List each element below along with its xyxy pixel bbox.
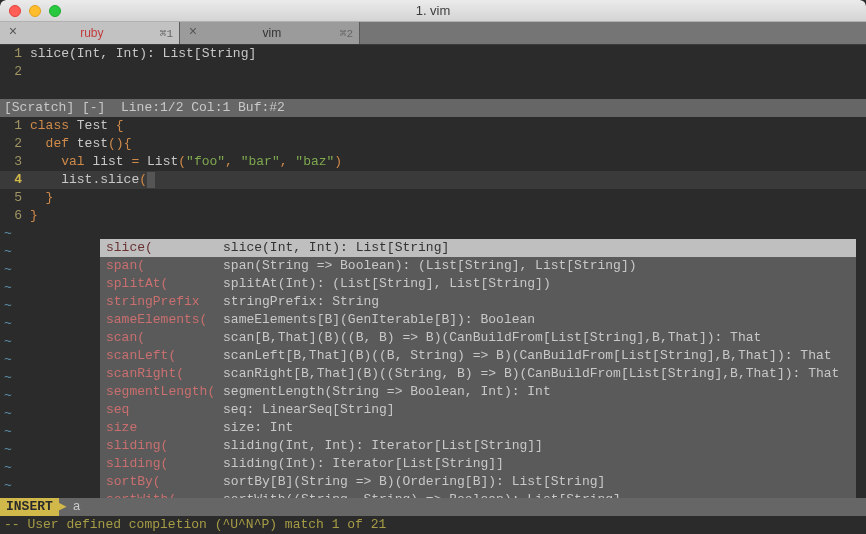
completion-word: sameElements( bbox=[106, 311, 223, 329]
line-number: 3 bbox=[0, 153, 30, 171]
statusline-trail: a bbox=[69, 498, 866, 516]
preview-line: 2 bbox=[0, 63, 866, 81]
completion-word: stringPrefix bbox=[106, 293, 223, 311]
completion-item[interactable]: segmentLength( segmentLength(String => B… bbox=[100, 383, 856, 401]
tab-shortcut: ⌘1 bbox=[160, 27, 173, 40]
completion-item[interactable]: scanLeft( scanLeft[B,That](B)((B, String… bbox=[100, 347, 856, 365]
code-text: } bbox=[30, 207, 38, 225]
code-line[interactable]: 5 } bbox=[0, 189, 866, 207]
completion-signature: sliding(Int, Int): Iterator[List[String]… bbox=[223, 438, 543, 453]
completion-item[interactable]: sliding( sliding(Int, Int): Iterator[Lis… bbox=[100, 437, 856, 455]
code-text: val list = List("foo", "bar", "baz") bbox=[30, 153, 342, 171]
line-number: 1 bbox=[0, 117, 30, 135]
command-line: -- User defined completion (^U^N^P) matc… bbox=[0, 516, 866, 534]
statusline: INSERT ▶ a bbox=[0, 498, 866, 516]
code-line[interactable]: 6} bbox=[0, 207, 866, 225]
cursor bbox=[147, 172, 155, 188]
completion-item[interactable]: sameElements( sameElements[B](GenIterabl… bbox=[100, 311, 856, 329]
completion-item[interactable]: size size: Int bbox=[100, 419, 856, 437]
completion-signature: size: Int bbox=[223, 420, 293, 435]
completion-signature: span(String => Boolean): (List[String], … bbox=[223, 258, 636, 273]
completion-item[interactable]: seq seq: LinearSeq[String] bbox=[100, 401, 856, 419]
completion-signature: sliding(Int): Iterator[List[String]] bbox=[223, 456, 504, 471]
code-line[interactable]: 2 def test(){ bbox=[0, 135, 866, 153]
line-number: 1 bbox=[0, 45, 30, 63]
line-number: 2 bbox=[0, 63, 30, 81]
completion-signature: scanLeft[B,That](B)((B, String) => B)(Ca… bbox=[223, 348, 832, 363]
completion-item[interactable]: scanRight( scanRight[B,That](B)((String,… bbox=[100, 365, 856, 383]
completion-word: span( bbox=[106, 257, 223, 275]
completion-word: scan( bbox=[106, 329, 223, 347]
line-number: 2 bbox=[0, 135, 30, 153]
completion-word: scanLeft( bbox=[106, 347, 223, 365]
code-text: list.slice( bbox=[30, 171, 155, 189]
completion-word: sortBy( bbox=[106, 473, 223, 491]
line-number: 6 bbox=[0, 207, 30, 225]
completion-item[interactable]: span( span(String => Boolean): (List[Str… bbox=[100, 257, 856, 275]
tab-label: ruby bbox=[24, 26, 160, 40]
completion-signature: sortBy[B](String => B)(Ordering[B]): Lis… bbox=[223, 474, 605, 489]
completion-word: seq bbox=[106, 401, 223, 419]
close-icon[interactable]: × bbox=[6, 26, 20, 40]
line-number: 5 bbox=[0, 189, 30, 207]
completion-word: scanRight( bbox=[106, 365, 223, 383]
completion-word: slice( bbox=[106, 239, 223, 257]
preview-line: 1 slice(Int, Int): List[String] bbox=[0, 45, 866, 63]
tab-vim[interactable]: × vim ⌘2 bbox=[180, 22, 360, 44]
code-line[interactable]: 4 list.slice( bbox=[0, 171, 866, 189]
tab-bar: × ruby ⌘1 × vim ⌘2 bbox=[0, 22, 866, 45]
completion-item[interactable]: sliding( sliding(Int): Iterator[List[Str… bbox=[100, 455, 856, 473]
code-text: slice(Int, Int): List[String] bbox=[30, 45, 256, 63]
completion-signature: stringPrefix: String bbox=[223, 294, 379, 309]
mode-indicator: INSERT bbox=[0, 498, 59, 516]
completion-item[interactable]: scan( scan[B,That](B)((B, B) => B)(CanBu… bbox=[100, 329, 856, 347]
window-title: 1. vim bbox=[0, 3, 866, 18]
completion-popup[interactable]: slice( slice(Int, Int): List[String]span… bbox=[100, 239, 856, 534]
blank-line bbox=[0, 81, 866, 99]
code-line[interactable]: 1class Test { bbox=[0, 117, 866, 135]
completion-signature: scan[B,That](B)((B, B) => B)(CanBuildFro… bbox=[223, 330, 761, 345]
preview-statusline: [Scratch] [-] Line:1/2 Col:1 Buf:#2 bbox=[0, 99, 866, 117]
completion-signature: segmentLength(String => Boolean, Int): I… bbox=[223, 384, 551, 399]
completion-item[interactable]: slice( slice(Int, Int): List[String] bbox=[100, 239, 856, 257]
main-buffer[interactable]: 1class Test {2 def test(){3 val list = L… bbox=[0, 117, 866, 225]
completion-signature: seq: LinearSeq[String] bbox=[223, 402, 395, 417]
tab-label: vim bbox=[204, 26, 340, 40]
completion-word: sliding( bbox=[106, 455, 223, 473]
powerline-arrow-icon: ▶ bbox=[59, 498, 69, 516]
tab-shortcut: ⌘2 bbox=[340, 27, 353, 40]
completion-word: splitAt( bbox=[106, 275, 223, 293]
close-icon[interactable]: × bbox=[186, 26, 200, 40]
completion-signature: splitAt(Int): (List[String], List[String… bbox=[223, 276, 551, 291]
completion-word: size bbox=[106, 419, 223, 437]
code-text: class Test { bbox=[30, 117, 124, 135]
editor-area[interactable]: 1 slice(Int, Int): List[String] 2 [Scrat… bbox=[0, 45, 866, 531]
completion-word: sliding( bbox=[106, 437, 223, 455]
completion-signature: slice(Int, Int): List[String] bbox=[223, 240, 449, 255]
completion-item[interactable]: sortBy( sortBy[B](String => B)(Ordering[… bbox=[100, 473, 856, 491]
line-number: 4 bbox=[0, 171, 30, 189]
code-text: } bbox=[30, 189, 53, 207]
completion-word: segmentLength( bbox=[106, 383, 223, 401]
code-line[interactable]: 3 val list = List("foo", "bar", "baz") bbox=[0, 153, 866, 171]
completion-item[interactable]: stringPrefix stringPrefix: String bbox=[100, 293, 856, 311]
tab-ruby[interactable]: × ruby ⌘1 bbox=[0, 22, 180, 44]
window-titlebar: 1. vim bbox=[0, 0, 866, 22]
completion-item[interactable]: splitAt( splitAt(Int): (List[String], Li… bbox=[100, 275, 856, 293]
code-text: def test(){ bbox=[30, 135, 131, 153]
completion-signature: scanRight[B,That](B)((String, B) => B)(C… bbox=[223, 366, 839, 381]
completion-signature: sameElements[B](GenIterable[B]): Boolean bbox=[223, 312, 535, 327]
